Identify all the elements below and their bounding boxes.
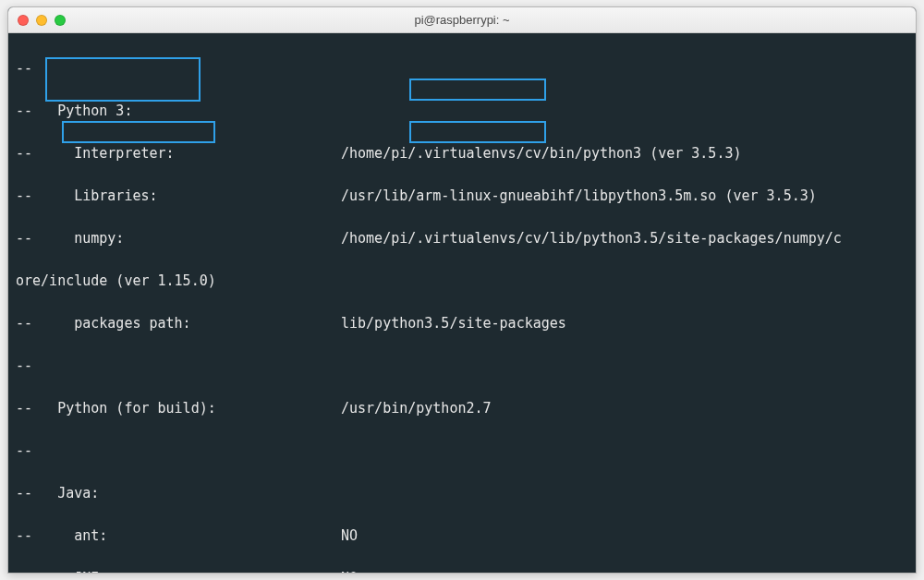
numpy-label: numpy: [74,230,124,247]
minimize-icon[interactable] [36,15,47,26]
ant-label: ant: [74,527,107,544]
libraries-label: Libraries: [74,187,157,204]
highlight-box-numpy [62,121,215,143]
jni-label: JNI: [74,570,107,573]
jni-value: NO [341,570,358,573]
python-build-label: Python (for build): [57,400,216,417]
packages-path-label: packages path: [74,315,190,332]
packages-path-value: lib/python3.5/site-packages [341,315,566,332]
terminal-window: pi@raspberrypi: ~ -- -- Python 3: -- Int… [7,6,917,574]
python3-header: Python 3: [57,103,132,119]
numpy-value: /home/pi/.virtualenvs/cv/lib/python3.5/s… [341,230,842,247]
traffic-lights [8,15,66,26]
python-build-value: /usr/bin/python2.7 [341,400,492,417]
libraries-value: /usr/lib/arm-linux-gnueabihf/libpython3.… [341,187,817,204]
java-header: Java: [57,485,99,501]
interpreter-label: Interpreter: [74,145,174,162]
interpreter-value: /home/pi/.virtualenvs/cv/bin/python3 (ve… [341,145,741,162]
window-titlebar: pi@raspberrypi: ~ [8,7,916,33]
zoom-icon[interactable] [55,15,66,26]
window-title: pi@raspberrypi: ~ [414,13,509,27]
close-icon[interactable] [18,15,29,26]
highlight-box-venv2 [409,121,546,143]
highlight-box-venv1 [409,79,546,101]
ant-value: NO [341,527,358,544]
terminal-output[interactable]: -- -- Python 3: -- Interpreter:/home/pi/… [8,33,916,573]
numpy-wrap: ore/include (ver 1.15.0) [16,272,216,289]
